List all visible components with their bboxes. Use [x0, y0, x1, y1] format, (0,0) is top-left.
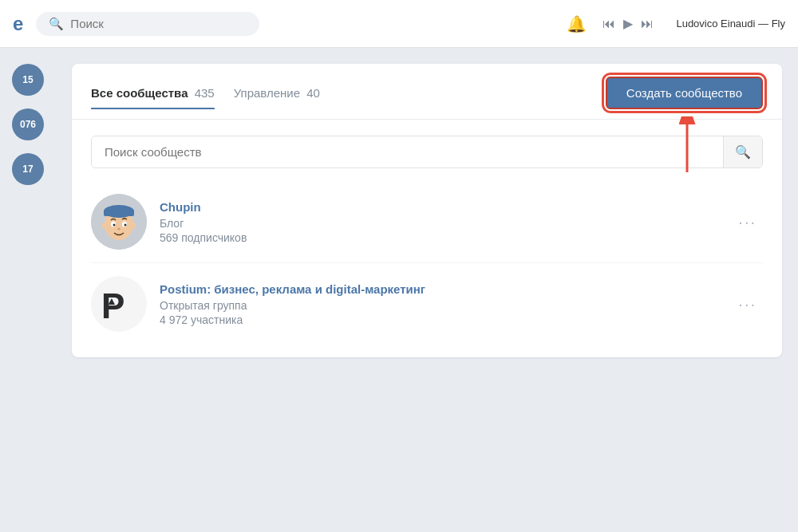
community-info: Postium: бизнес, реклама и digital-марке… [160, 282, 732, 326]
tab-all-communities[interactable]: Все сообщества 435 [91, 86, 215, 109]
play-button[interactable]: ▶ [623, 16, 633, 31]
community-type: Открытая группа [160, 299, 732, 312]
community-name[interactable]: Chupin [160, 200, 732, 214]
tab-manage[interactable]: Управление 40 [234, 86, 320, 109]
avatar: P [91, 276, 147, 332]
svg-point-11 [102, 223, 107, 229]
svg-point-12 [131, 223, 136, 229]
community-search-button[interactable]: 🔍 [723, 136, 762, 167]
community-members: 569 подписчиков [160, 231, 732, 244]
create-btn-wrapper: Создать сообщество [606, 77, 763, 119]
svg-point-10 [117, 228, 120, 231]
all-count: 435 [195, 86, 215, 100]
community-members: 4 972 участника [160, 313, 732, 326]
sidebar-badge-2[interactable]: 076 [12, 108, 44, 140]
avatar [91, 194, 147, 250]
next-button[interactable]: ⏭ [641, 17, 654, 31]
prev-button[interactable]: ⏮ [602, 17, 615, 31]
search-bar[interactable]: 🔍 [36, 12, 259, 36]
search-icon: 🔍 [735, 145, 751, 159]
logo: e [13, 13, 23, 35]
search-icon: 🔍 [49, 17, 64, 31]
svg-text:P: P [101, 286, 124, 325]
svg-rect-5 [104, 210, 134, 216]
community-search-input[interactable] [92, 137, 723, 167]
community-more-button[interactable]: ··· [732, 210, 763, 234]
communities-card: Все сообщества 435 Управление 40 Создать… [72, 64, 782, 357]
player-controls: ⏮ ▶ ⏭ [602, 16, 654, 31]
sidebar-badge-1[interactable]: 15 [12, 64, 44, 96]
search-input[interactable] [70, 17, 247, 30]
bell-icon[interactable]: 🔔 [567, 14, 587, 33]
postium-avatar-svg: P [97, 282, 141, 326]
main-content: Все сообщества 435 Управление 40 Создать… [56, 48, 798, 532]
svg-point-9 [124, 224, 127, 227]
topbar: e 🔍 🔔 ⏮ ▶ ⏭ Ludovico Einaudi — Fly [0, 0, 798, 48]
community-info: Chupin Блог 569 подписчиков [160, 200, 732, 244]
sidebar: 15 076 17 [0, 48, 56, 532]
community-search-bar[interactable]: 🔍 [91, 136, 763, 168]
list-item: P Postium: бизнес, реклама и digital-мар… [91, 263, 763, 345]
community-list: Chupin Блог 569 подписчиков ··· P [72, 168, 782, 357]
community-name[interactable]: Postium: бизнес, реклама и digital-марке… [160, 282, 732, 296]
community-type: Блог [160, 217, 732, 230]
svg-point-8 [113, 224, 116, 227]
chupin-avatar-svg [91, 194, 147, 250]
track-info: Ludovico Einaudi — Fly [676, 18, 785, 30]
create-community-button[interactable]: Создать сообщество [606, 77, 763, 109]
search-row: 🔍 [72, 120, 782, 168]
manage-count: 40 [306, 86, 320, 100]
list-item: Chupin Блог 569 подписчиков ··· [91, 181, 763, 263]
topbar-right: 🔔 ⏮ ▶ ⏭ Ludovico Einaudi — Fly [567, 14, 785, 33]
community-more-button[interactable]: ··· [732, 292, 763, 317]
tabs-header: Все сообщества 435 Управление 40 Создать… [72, 64, 782, 120]
sidebar-badge-3[interactable]: 17 [12, 153, 44, 185]
